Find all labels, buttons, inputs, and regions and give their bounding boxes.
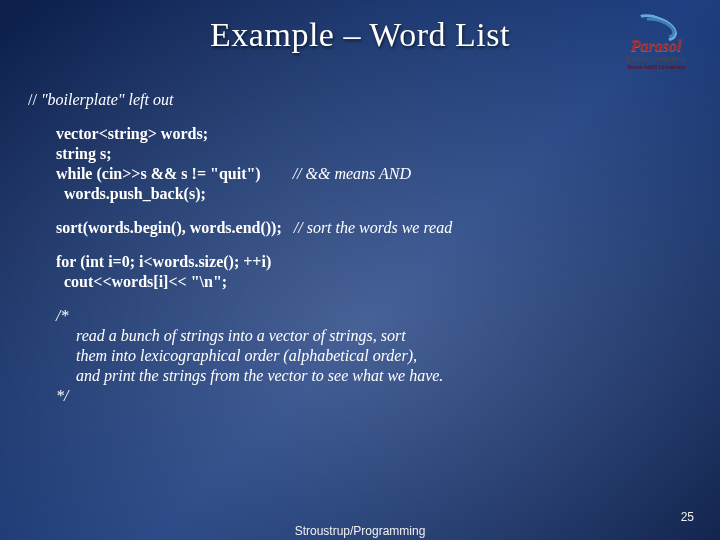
footer-center: Stroustrup/Programming: [0, 524, 720, 538]
code-line: words.push_back(s);: [28, 184, 692, 204]
code-line: vector<string> words;: [28, 124, 692, 144]
logo-tagline: Smarter computing.: [612, 55, 700, 63]
code-line: sort(words.begin(), words.end()); // sor…: [28, 218, 692, 238]
code-text: while (cin>>s && s != "quit"): [56, 165, 261, 182]
comment-line: // "boilerplate" left out: [28, 90, 692, 110]
code-line: while (cin>>s && s != "quit") // && mean…: [28, 164, 692, 184]
code-line: string s;: [28, 144, 692, 164]
comment-line: and print the strings from the vector to…: [28, 366, 692, 386]
comment-text: && means AND: [306, 165, 411, 182]
comment-text: sort the words we read: [307, 219, 452, 236]
comment-text: "boilerplate" left out: [41, 91, 174, 108]
comment-line: read a bunch of strings into a vector of…: [28, 326, 692, 346]
spacer: [282, 219, 294, 236]
code-line: for (int i=0; i<words.size(); ++i): [28, 252, 692, 272]
parasol-swoosh-icon: [628, 14, 684, 38]
logo-university: Texas A&M University: [612, 64, 700, 70]
slide: Example – Word List Parasol Smarter comp…: [0, 0, 720, 540]
code-text: sort(words.begin(), words.end());: [56, 219, 282, 236]
comment-prefix: //: [28, 91, 41, 108]
comment-prefix: //: [294, 219, 307, 236]
code-line: cout<<words[i]<< "\n";: [28, 272, 692, 292]
comment-line: */: [28, 386, 692, 406]
page-number: 25: [681, 510, 694, 524]
comment-line: them into lexicographical order (alphabe…: [28, 346, 692, 366]
code-block: // "boilerplate" left out vector<string>…: [28, 90, 692, 406]
comment-line: /*: [28, 306, 692, 326]
comment-prefix: //: [293, 165, 306, 182]
parasol-logo: Parasol Smarter computing. Texas A&M Uni…: [612, 14, 700, 70]
spacer: [261, 165, 293, 182]
